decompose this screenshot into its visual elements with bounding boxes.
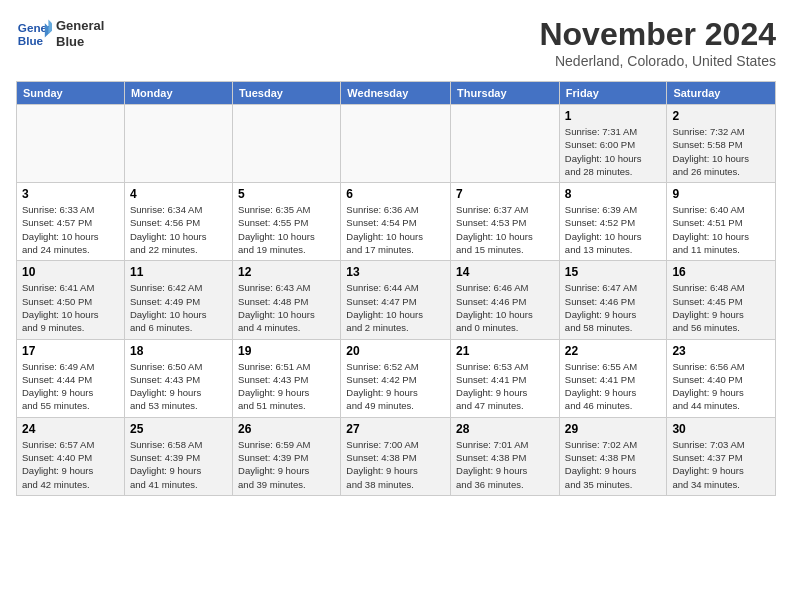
calendar-cell: 19Sunrise: 6:51 AM Sunset: 4:43 PM Dayli… xyxy=(233,339,341,417)
day-info: Sunrise: 6:57 AM Sunset: 4:40 PM Dayligh… xyxy=(22,438,119,491)
day-number: 24 xyxy=(22,422,119,436)
calendar-cell: 14Sunrise: 6:46 AM Sunset: 4:46 PM Dayli… xyxy=(451,261,560,339)
day-info: Sunrise: 6:55 AM Sunset: 4:41 PM Dayligh… xyxy=(565,360,662,413)
day-info: Sunrise: 6:48 AM Sunset: 4:45 PM Dayligh… xyxy=(672,281,770,334)
day-number: 7 xyxy=(456,187,554,201)
logo-icon: General Blue xyxy=(16,16,52,52)
calendar-cell: 15Sunrise: 6:47 AM Sunset: 4:46 PM Dayli… xyxy=(559,261,667,339)
calendar-cell xyxy=(341,105,451,183)
day-number: 29 xyxy=(565,422,662,436)
calendar-cell: 12Sunrise: 6:43 AM Sunset: 4:48 PM Dayli… xyxy=(233,261,341,339)
calendar-table: SundayMondayTuesdayWednesdayThursdayFrid… xyxy=(16,81,776,496)
day-info: Sunrise: 6:36 AM Sunset: 4:54 PM Dayligh… xyxy=(346,203,445,256)
weekday-header-friday: Friday xyxy=(559,82,667,105)
day-info: Sunrise: 7:01 AM Sunset: 4:38 PM Dayligh… xyxy=(456,438,554,491)
day-info: Sunrise: 6:42 AM Sunset: 4:49 PM Dayligh… xyxy=(130,281,227,334)
day-number: 8 xyxy=(565,187,662,201)
day-info: Sunrise: 6:47 AM Sunset: 4:46 PM Dayligh… xyxy=(565,281,662,334)
calendar-cell: 8Sunrise: 6:39 AM Sunset: 4:52 PM Daylig… xyxy=(559,183,667,261)
day-number: 19 xyxy=(238,344,335,358)
day-info: Sunrise: 6:58 AM Sunset: 4:39 PM Dayligh… xyxy=(130,438,227,491)
weekday-header-saturday: Saturday xyxy=(667,82,776,105)
day-info: Sunrise: 7:32 AM Sunset: 5:58 PM Dayligh… xyxy=(672,125,770,178)
calendar-cell: 10Sunrise: 6:41 AM Sunset: 4:50 PM Dayli… xyxy=(17,261,125,339)
weekday-header-wednesday: Wednesday xyxy=(341,82,451,105)
day-number: 15 xyxy=(565,265,662,279)
calendar-cell: 23Sunrise: 6:56 AM Sunset: 4:40 PM Dayli… xyxy=(667,339,776,417)
day-number: 1 xyxy=(565,109,662,123)
weekday-header-thursday: Thursday xyxy=(451,82,560,105)
calendar-cell: 21Sunrise: 6:53 AM Sunset: 4:41 PM Dayli… xyxy=(451,339,560,417)
day-number: 16 xyxy=(672,265,770,279)
day-info: Sunrise: 6:41 AM Sunset: 4:50 PM Dayligh… xyxy=(22,281,119,334)
day-number: 23 xyxy=(672,344,770,358)
day-info: Sunrise: 6:51 AM Sunset: 4:43 PM Dayligh… xyxy=(238,360,335,413)
day-info: Sunrise: 6:43 AM Sunset: 4:48 PM Dayligh… xyxy=(238,281,335,334)
day-info: Sunrise: 7:03 AM Sunset: 4:37 PM Dayligh… xyxy=(672,438,770,491)
day-number: 11 xyxy=(130,265,227,279)
weekday-header-tuesday: Tuesday xyxy=(233,82,341,105)
calendar-week-row: 24Sunrise: 6:57 AM Sunset: 4:40 PM Dayli… xyxy=(17,417,776,495)
day-info: Sunrise: 6:34 AM Sunset: 4:56 PM Dayligh… xyxy=(130,203,227,256)
day-info: Sunrise: 6:44 AM Sunset: 4:47 PM Dayligh… xyxy=(346,281,445,334)
calendar-cell: 26Sunrise: 6:59 AM Sunset: 4:39 PM Dayli… xyxy=(233,417,341,495)
day-info: Sunrise: 6:50 AM Sunset: 4:43 PM Dayligh… xyxy=(130,360,227,413)
day-number: 27 xyxy=(346,422,445,436)
day-number: 5 xyxy=(238,187,335,201)
calendar-cell xyxy=(124,105,232,183)
calendar-week-row: 3Sunrise: 6:33 AM Sunset: 4:57 PM Daylig… xyxy=(17,183,776,261)
day-number: 25 xyxy=(130,422,227,436)
calendar-cell: 5Sunrise: 6:35 AM Sunset: 4:55 PM Daylig… xyxy=(233,183,341,261)
day-info: Sunrise: 7:00 AM Sunset: 4:38 PM Dayligh… xyxy=(346,438,445,491)
day-number: 10 xyxy=(22,265,119,279)
day-info: Sunrise: 7:02 AM Sunset: 4:38 PM Dayligh… xyxy=(565,438,662,491)
day-number: 30 xyxy=(672,422,770,436)
page-header: General Blue General Blue November 2024 … xyxy=(16,16,776,69)
calendar-cell: 17Sunrise: 6:49 AM Sunset: 4:44 PM Dayli… xyxy=(17,339,125,417)
day-info: Sunrise: 6:49 AM Sunset: 4:44 PM Dayligh… xyxy=(22,360,119,413)
calendar-cell xyxy=(233,105,341,183)
day-number: 28 xyxy=(456,422,554,436)
day-info: Sunrise: 6:35 AM Sunset: 4:55 PM Dayligh… xyxy=(238,203,335,256)
day-number: 26 xyxy=(238,422,335,436)
calendar-cell: 16Sunrise: 6:48 AM Sunset: 4:45 PM Dayli… xyxy=(667,261,776,339)
calendar-cell: 24Sunrise: 6:57 AM Sunset: 4:40 PM Dayli… xyxy=(17,417,125,495)
calendar-cell: 22Sunrise: 6:55 AM Sunset: 4:41 PM Dayli… xyxy=(559,339,667,417)
weekday-header-monday: Monday xyxy=(124,82,232,105)
day-info: Sunrise: 6:56 AM Sunset: 4:40 PM Dayligh… xyxy=(672,360,770,413)
day-number: 14 xyxy=(456,265,554,279)
calendar-cell: 3Sunrise: 6:33 AM Sunset: 4:57 PM Daylig… xyxy=(17,183,125,261)
month-title: November 2024 xyxy=(539,16,776,53)
calendar-cell xyxy=(17,105,125,183)
day-number: 6 xyxy=(346,187,445,201)
day-number: 13 xyxy=(346,265,445,279)
calendar-cell: 7Sunrise: 6:37 AM Sunset: 4:53 PM Daylig… xyxy=(451,183,560,261)
logo: General Blue General Blue xyxy=(16,16,104,52)
logo-text-blue: Blue xyxy=(56,34,104,50)
day-number: 12 xyxy=(238,265,335,279)
day-info: Sunrise: 6:53 AM Sunset: 4:41 PM Dayligh… xyxy=(456,360,554,413)
calendar-week-row: 17Sunrise: 6:49 AM Sunset: 4:44 PM Dayli… xyxy=(17,339,776,417)
day-number: 4 xyxy=(130,187,227,201)
calendar-cell: 25Sunrise: 6:58 AM Sunset: 4:39 PM Dayli… xyxy=(124,417,232,495)
weekday-header-sunday: Sunday xyxy=(17,82,125,105)
day-info: Sunrise: 6:39 AM Sunset: 4:52 PM Dayligh… xyxy=(565,203,662,256)
day-number: 22 xyxy=(565,344,662,358)
day-number: 18 xyxy=(130,344,227,358)
calendar-cell: 11Sunrise: 6:42 AM Sunset: 4:49 PM Dayli… xyxy=(124,261,232,339)
title-block: November 2024 Nederland, Colorado, Unite… xyxy=(539,16,776,69)
day-info: Sunrise: 6:37 AM Sunset: 4:53 PM Dayligh… xyxy=(456,203,554,256)
calendar-cell: 29Sunrise: 7:02 AM Sunset: 4:38 PM Dayli… xyxy=(559,417,667,495)
day-number: 9 xyxy=(672,187,770,201)
calendar-cell: 18Sunrise: 6:50 AM Sunset: 4:43 PM Dayli… xyxy=(124,339,232,417)
day-info: Sunrise: 6:33 AM Sunset: 4:57 PM Dayligh… xyxy=(22,203,119,256)
weekday-header-row: SundayMondayTuesdayWednesdayThursdayFrid… xyxy=(17,82,776,105)
day-info: Sunrise: 6:46 AM Sunset: 4:46 PM Dayligh… xyxy=(456,281,554,334)
calendar-cell xyxy=(451,105,560,183)
day-info: Sunrise: 6:40 AM Sunset: 4:51 PM Dayligh… xyxy=(672,203,770,256)
calendar-cell: 6Sunrise: 6:36 AM Sunset: 4:54 PM Daylig… xyxy=(341,183,451,261)
day-number: 2 xyxy=(672,109,770,123)
calendar-cell: 20Sunrise: 6:52 AM Sunset: 4:42 PM Dayli… xyxy=(341,339,451,417)
day-number: 17 xyxy=(22,344,119,358)
day-info: Sunrise: 6:52 AM Sunset: 4:42 PM Dayligh… xyxy=(346,360,445,413)
